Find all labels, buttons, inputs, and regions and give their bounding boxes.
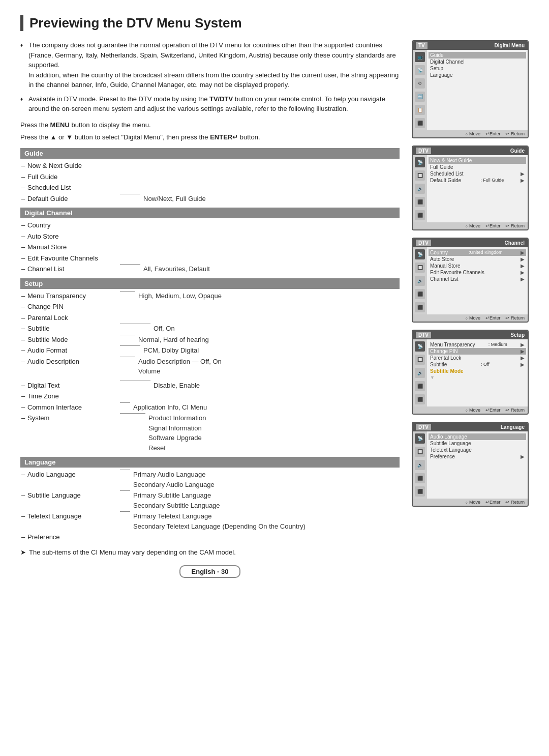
menu-item-label: Edit Favourite Channels [20,253,117,264]
footer-enter: ↵Enter [485,315,501,321]
tv-panel-channel: DTV Channel 📡 🔲 🔊 ⬛ ⬛ Country :United Ki… [412,238,529,323]
list-item: Subtitle Off, On [20,324,400,334]
tv-panel-body: 📡 🔲 🔊 ⬛ ⬛ Audio Language Subtitle Langua… [413,431,528,499]
tv-icon: 🔊 [415,276,425,286]
guide-items: Now & Next Guide Full Guide Scheduled Li… [20,161,400,203]
tv-icon: 🔲 [415,263,425,273]
tv-icon: ⚙ [415,78,425,89]
right-column: TV Digital Menu 📺 📡 ⚙ 🔤 📋 ⬛ Guide Digita… [412,40,529,578]
list-item: Now & Next Guide [20,161,400,171]
tv-menu-item: Teletext Language [430,447,525,453]
tv-panel-header: TV Digital Menu [413,41,528,50]
menu-item-label: Audio Format [20,345,117,356]
menu-item-label: Common Interface [20,402,117,413]
menu-item-value: Application Info, CI Menu [133,402,207,413]
list-item: Audio Format PCM, Dolby Digital [20,345,400,356]
tv-panel-header: DTV Setup [413,331,528,339]
tv-menu-item: Parental Lock ▶ [430,355,525,361]
list-item: Menu Transparency High, Medium, Low, Opa… [20,291,400,301]
tv-icon: ⬛ [415,473,425,483]
menu-item-value: Now/Next, Full Guide [143,194,206,204]
list-item: Manual Store [20,242,400,252]
footer-enter: ↵Enter [485,223,501,228]
footer-enter: ↵Enter [485,500,501,505]
tv-icon: 📡 [415,249,425,259]
tv-panel-footer: ⬦ Move ↵Enter ↩ Return [413,499,528,506]
footer-return: ↩ Return [505,500,525,505]
section-header-language: Language [20,457,400,468]
menu-item-label: Time Zone [20,391,117,401]
tv-menu-item: Audio Language [429,433,526,440]
tv-content-col: Audio Language Subtitle Language Teletex… [427,431,528,499]
list-item: Common Interface Application Info, CI Me… [20,402,400,413]
tv-menu-item: Full Guide [430,164,525,170]
menu-item-label: Channel List [20,264,117,274]
footer-return: ↩ Return [505,223,525,228]
tv-icon: ⬛ [415,197,425,207]
menu-item-value: All, Favourites, Default [143,264,210,274]
tv-panel-body: 📺 📡 ⚙ 🔤 📋 ⬛ Guide Digital Channel Setup … [413,50,528,130]
tv-icon: 📡 [415,341,425,352]
list-item: Change PIN [20,302,400,312]
list-item: Parental Lock [20,313,400,323]
list-item: Audio Language Primary Audio LanguageSec… [20,470,400,489]
tv-menu-item: Preference ▶ [430,453,525,460]
tv-panel-body: 📡 🔲 🔊 ⬛ ⬛ Country :United Kingdom ▶ Auto… [413,247,528,314]
section-header-guide: Guide [20,148,400,159]
menu-item-label: Auto Store [20,231,117,242]
list-item: Channel List All, Favourites, Default [20,264,400,274]
tv-icon: 🔲 [415,447,425,457]
tv-menu-item: Setup [430,65,525,72]
tv-menu-item: Country :United Kingdom ▶ [429,249,526,256]
tv-icon: ⬛ [415,118,425,128]
tv-panel-guide: DTV Guide 📡 🔲 🔊 ⬛ ⬛ Now & Next Guide Ful… [412,146,529,230]
tv-icons-col: 📺 📡 ⚙ 🔤 📋 ⬛ [413,50,427,130]
footer-label: English - 30 [179,565,241,578]
list-item: Country [20,220,400,230]
tv-icon: 🔲 [415,170,425,181]
menu-item-value: Normal, Hard of hearing [138,335,209,345]
list-item: Audio Description Audio Description — Of… [20,357,400,376]
tv-icons-col: 📡 🔲 🔊 ⬛ ⬛ [413,155,427,222]
tv-icon: ⬛ [415,381,425,391]
footer-move: ⬦ Move [465,223,480,228]
list-item: Subtitle Language Primary Subtitle Langu… [20,490,400,510]
menu-item-value: Primary Audio LanguageSecondary Audio La… [133,470,215,489]
tv-menu-item: Edit Favourite Channels ▶ [430,269,525,276]
menu-item-value: PCM, Dolby Digital [143,345,199,356]
tv-panel-footer: ⬦ Move ↵Enter ↩ Return [413,406,528,414]
section-header-setup: Setup [20,278,400,289]
menu-item-label: Audio Language [20,470,117,480]
menu-item-label: Full Guide [20,172,117,182]
tv-panel-body: 📡 🔲 🔊 ⬛ ⬛ Now & Next Guide Full Guide Sc… [413,155,528,222]
panel-label-right: Setup [510,332,525,338]
footer-center: English - 30 [20,557,400,578]
menu-item-label: Now & Next Guide [20,161,117,171]
menu-item-value: Audio Description — Off, OnVolume [138,357,222,376]
footer-move: ⬦ Move [465,500,480,505]
menu-item-label: Subtitle Mode [20,335,117,345]
tv-icon: ⬛ [415,302,425,312]
list-item: Digital Text Disable, Enable [20,381,400,391]
panel-label-left: DTV [416,240,431,246]
bullet-section: The company does not guarantee the norma… [20,40,400,114]
menu-item-label: Change PIN [20,302,117,312]
menu-item-value: Primary Subtitle LanguageSecondary Subti… [133,490,220,510]
tv-icon: 🔤 [415,92,425,102]
tv-panel-footer: ⬦ Move ↵Enter ↩ Return [413,314,528,322]
tv-icon: 📡 [415,433,425,444]
list-item: Subtitle Mode Normal, Hard of hearing [20,335,400,345]
tv-panel-footer: ⬦ Move ↵Enter ↩ Return [413,222,528,229]
tv-menu-item: Default Guide : Full Guide ▶ [430,177,525,184]
tv-menu-item: Auto Store ▶ [430,256,525,263]
tv-menu-item: Subtitle Language [430,440,525,447]
list-item: Auto Store [20,231,400,242]
list-item: Default Guide Now/Next, Full Guide [20,194,400,204]
menu-item-label: Default Guide [20,194,117,204]
tv-menu-item: Digital Channel [430,59,525,65]
panel-label-left: TV [416,42,428,49]
tv-icons-col: 📡 🔲 🔊 ⬛ ⬛ [413,339,427,406]
tv-menu-item: Now & Next Guide [429,157,526,164]
press-instruction-2: Press the ▲ or ▼ button to select "Digit… [20,132,400,143]
menu-item-label: Country [20,220,117,230]
